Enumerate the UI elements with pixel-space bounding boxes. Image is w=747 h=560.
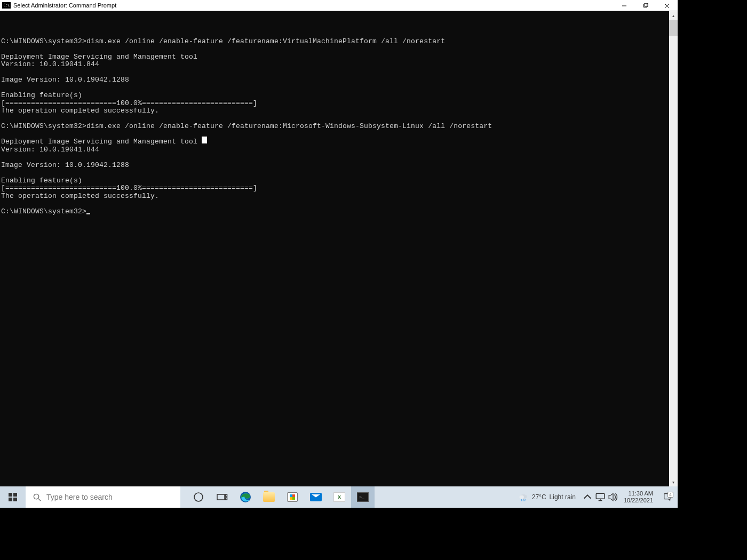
- terminal-line: Image Version: 10.0.19042.1288: [1, 76, 669, 84]
- svg-rect-8: [13, 498, 17, 501]
- scroll-down-button[interactable]: ▾: [669, 478, 678, 486]
- cmd-window-icon: C:\: [2, 2, 11, 9]
- minimize-button[interactable]: [614, 0, 635, 11]
- vertical-scrollbar[interactable]: ▴ ▾: [669, 11, 678, 486]
- svg-line-18: [521, 499, 522, 501]
- store-icon: [287, 492, 298, 502]
- terminal-line: [1, 84, 669, 92]
- taskbar-apps: X >_: [187, 486, 375, 508]
- terminal-line: [==========================100.0%=======…: [1, 100, 669, 108]
- svg-line-20: [525, 499, 525, 501]
- svg-rect-5: [9, 493, 12, 497]
- selection-block: [202, 137, 207, 143]
- terminal-line: Enabling feature(s): [1, 92, 669, 100]
- task-view-icon: [216, 491, 228, 503]
- task-view-button[interactable]: [210, 486, 234, 508]
- window-titlebar[interactable]: C:\ Select Administrator: Command Prompt: [0, 0, 678, 11]
- terminal-line: Deployment Image Servicing and Managemen…: [1, 53, 669, 61]
- window-controls: [614, 0, 678, 11]
- terminal-line: C:\WINDOWS\system32>dism.exe /online /en…: [1, 38, 669, 46]
- scrollbar-thumb[interactable]: [669, 20, 678, 36]
- terminal-line: [1, 200, 669, 208]
- terminal-line: C:\WINDOWS\system32>: [1, 208, 669, 216]
- svg-rect-6: [13, 493, 17, 497]
- mail-app[interactable]: [304, 486, 328, 508]
- start-button[interactable]: [0, 486, 26, 508]
- terminal-line: [==========================100.0%=======…: [1, 185, 669, 193]
- windows-logo-icon: [9, 493, 17, 501]
- svg-marker-26: [669, 499, 670, 501]
- terminal-line: Version: 10.0.19041.844: [1, 61, 669, 69]
- edge-browser[interactable]: [234, 486, 257, 508]
- terminal-line: Deployment Image Servicing and Managemen…: [1, 138, 669, 146]
- edge-icon: [239, 491, 252, 503]
- svg-point-9: [34, 494, 38, 499]
- terminal-line: Image Version: 10.0.19042.1288: [1, 162, 669, 170]
- tray-overflow[interactable]: [582, 492, 593, 502]
- svg-marker-24: [609, 493, 613, 500]
- svg-point-17: [519, 495, 523, 499]
- terminal-line: The operation completed successfully.: [1, 193, 669, 201]
- command-prompt-app[interactable]: >_: [351, 486, 375, 508]
- terminal-line: [1, 45, 669, 53]
- svg-rect-14: [226, 498, 227, 500]
- microsoft-store[interactable]: [281, 486, 304, 508]
- terminal-cursor: [86, 213, 90, 214]
- svg-rect-7: [9, 498, 12, 501]
- search-placeholder: Type here to search: [46, 493, 113, 501]
- svg-rect-13: [226, 494, 227, 497]
- terminal-line: C:\WINDOWS\system32>dism.exe /online /en…: [1, 123, 669, 131]
- svg-rect-12: [217, 494, 225, 500]
- tray-volume[interactable]: [608, 492, 618, 502]
- system-tray: 27°C Light rain 11:30 AM 10/22/2021 4: [518, 486, 678, 508]
- terminal-line: Version: 10.0.19041.844: [1, 146, 669, 154]
- monitor-icon: [595, 492, 606, 502]
- cortana-button[interactable]: [187, 486, 210, 508]
- mail-icon: [310, 493, 322, 501]
- terminal-line: The operation completed successfully.: [1, 107, 669, 115]
- svg-rect-21: [596, 493, 605, 499]
- clock-date: 10/22/2021: [624, 497, 653, 504]
- notification-count: 4: [667, 492, 673, 498]
- terminal-line: Enabling feature(s): [1, 177, 669, 185]
- svg-point-11: [194, 493, 203, 501]
- terminal-output[interactable]: C:\WINDOWS\system32>dism.exe /online /en…: [0, 11, 669, 486]
- window-title: Select Administrator: Command Prompt: [13, 2, 614, 9]
- weather-widget[interactable]: 27°C Light rain: [518, 492, 576, 502]
- cmd-icon: >_: [357, 492, 369, 502]
- weather-icon: [518, 492, 529, 502]
- weather-desc: Light rain: [550, 493, 576, 501]
- folder-icon: [263, 492, 275, 502]
- speaker-icon: [608, 492, 618, 502]
- terminal-line: [1, 169, 669, 177]
- weather-temp: 27°C: [532, 493, 546, 501]
- terminal-line: [1, 131, 669, 139]
- search-icon: [33, 493, 41, 501]
- taskbar-search[interactable]: Type here to search: [26, 486, 180, 508]
- chevron-up-icon: [582, 492, 593, 502]
- clock-time: 11:30 AM: [624, 490, 653, 497]
- excel-app[interactable]: X: [328, 486, 351, 508]
- action-center-button[interactable]: 4: [658, 492, 677, 502]
- cortana-icon: [192, 491, 205, 503]
- scroll-up-button[interactable]: ▴: [669, 11, 678, 20]
- maximize-button[interactable]: [635, 0, 656, 11]
- windows-taskbar: Type here to search: [0, 486, 678, 508]
- close-button[interactable]: [656, 0, 678, 11]
- svg-line-19: [523, 499, 523, 501]
- excel-icon: X: [333, 492, 345, 502]
- svg-line-10: [38, 498, 41, 500]
- tray-onedrive[interactable]: [595, 492, 606, 502]
- terminal-line: [1, 69, 669, 77]
- taskbar-clock[interactable]: 11:30 AM 10/22/2021: [621, 490, 656, 504]
- terminal-line: [1, 154, 669, 162]
- file-explorer[interactable]: [257, 486, 281, 508]
- terminal-line: [1, 115, 669, 123]
